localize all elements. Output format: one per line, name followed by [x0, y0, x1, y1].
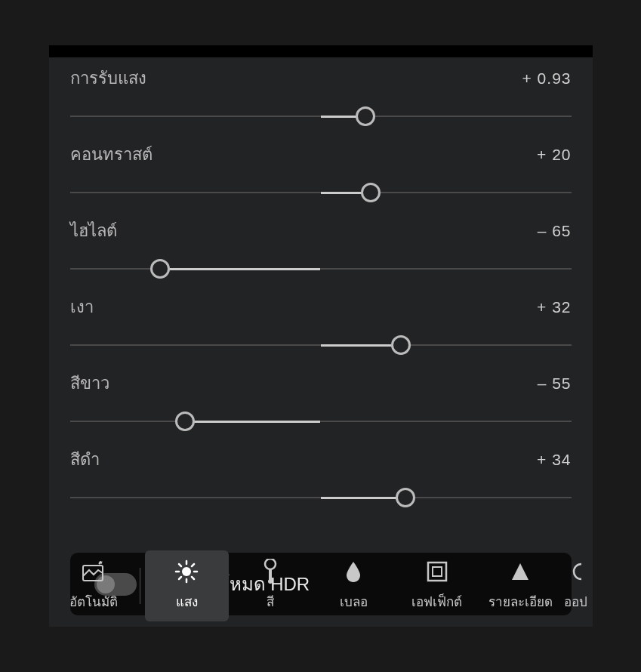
slider-shadows: เงา + 32 — [70, 294, 572, 356]
svg-line-8 — [192, 577, 194, 579]
slider-exposure: การรับแสง + 0.93 — [70, 65, 572, 128]
slider-value: + 34 — [537, 451, 571, 469]
blur-icon — [341, 559, 365, 584]
slider-whites: สีขาว – 55 — [70, 370, 572, 433]
slider-value: + 32 — [537, 298, 571, 316]
slider-label: เงา — [70, 294, 94, 320]
svg-rect-12 — [269, 569, 272, 580]
slider-value: + 20 — [537, 146, 571, 164]
svg-line-10 — [192, 564, 194, 566]
editor-panel: การรับแสง + 0.93 คอนทราสต์ + 20 ไฮไล — [49, 45, 593, 627]
svg-rect-15 — [433, 567, 442, 576]
tab-label: อัตโนมัติ — [69, 591, 118, 612]
tab-divider — [140, 568, 140, 604]
tab-label: เอฟเฟ็กต์ — [411, 591, 462, 612]
tab-light[interactable]: แสง — [145, 550, 229, 621]
slider-thumb[interactable] — [361, 183, 381, 202]
slider-value: – 55 — [538, 375, 572, 393]
top-black-bar — [49, 45, 593, 57]
slider-track[interactable] — [70, 486, 572, 509]
slider-label: สีดำ — [70, 446, 100, 473]
tab-effects[interactable]: เอฟเฟ็กต์ — [396, 550, 479, 621]
tab-label: แสง — [176, 591, 198, 612]
svg-point-11 — [265, 559, 276, 569]
slider-track[interactable] — [70, 105, 572, 128]
slider-thumb[interactable] — [391, 335, 411, 355]
slider-track[interactable] — [70, 410, 572, 433]
svg-rect-14 — [428, 563, 446, 581]
tab-label: สี — [267, 591, 274, 612]
tab-label: เบลอ — [340, 591, 368, 612]
bottom-tabs: อัตโนมัติ — [49, 546, 593, 625]
svg-line-9 — [179, 577, 181, 579]
effects-icon — [425, 559, 449, 584]
slider-track[interactable] — [70, 334, 572, 356]
slider-value: + 0.93 — [522, 69, 572, 88]
slider-thumb[interactable] — [356, 106, 375, 126]
detail-icon — [508, 559, 532, 584]
slider-value: – 65 — [538, 222, 572, 240]
slider-thumb[interactable] — [175, 412, 195, 431]
tab-detail[interactable]: รายละเอียด — [479, 550, 562, 621]
tab-label: ออป — [564, 591, 587, 612]
slider-label: ไฮไลต์ — [70, 217, 117, 244]
slider-highlights: ไฮไลต์ – 65 — [70, 217, 572, 280]
svg-line-7 — [179, 564, 181, 566]
tab-blur[interactable]: เบลอ — [312, 550, 396, 621]
slider-label: สีขาว — [70, 370, 109, 396]
tab-optics[interactable]: ออป — [562, 550, 590, 621]
slider-track[interactable] — [70, 257, 572, 280]
svg-point-13 — [268, 579, 273, 584]
tab-color[interactable]: สี — [229, 550, 313, 621]
slider-thumb[interactable] — [150, 259, 170, 279]
svg-point-2 — [182, 567, 191, 576]
tab-label: รายละเอียด — [488, 591, 553, 612]
tab-auto[interactable]: อัตโนมัติ — [52, 550, 136, 621]
slider-label: การรับแสง — [70, 65, 146, 91]
light-icon — [174, 559, 199, 584]
slider-label: คอนทราสต์ — [70, 141, 153, 168]
optics-icon — [564, 559, 588, 584]
slider-thumb[interactable] — [396, 488, 415, 507]
slider-blacks: สีดำ + 34 — [70, 446, 572, 509]
sliders-area: การรับแสง + 0.93 คอนทราสต์ + 20 ไฮไล — [49, 57, 593, 538]
slider-track[interactable] — [70, 181, 572, 204]
color-icon — [258, 559, 282, 584]
auto-icon — [82, 559, 106, 584]
slider-contrast: คอนทราสต์ + 20 — [70, 141, 572, 204]
